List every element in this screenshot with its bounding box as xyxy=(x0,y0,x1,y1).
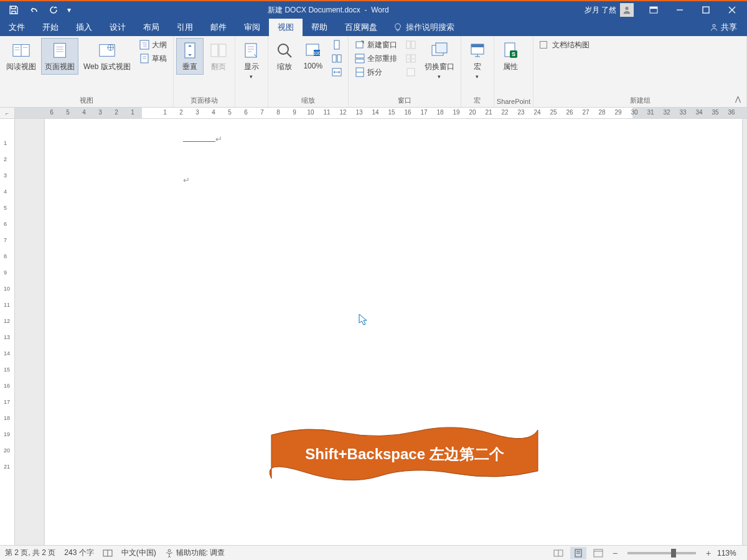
tip-banner: Shift+Backspace 左边第二个 xyxy=(268,424,542,485)
read-mode-view-button[interactable] xyxy=(550,547,566,559)
page-width-icon xyxy=(332,67,342,77)
minimize-button[interactable] xyxy=(667,1,692,19)
ruler-corner: ⌐ xyxy=(0,108,15,118)
multi-page-button[interactable] xyxy=(328,52,345,65)
account-button[interactable]: 岁月 了然 xyxy=(578,3,640,17)
zoom-thumb[interactable] xyxy=(671,549,676,558)
outline-button[interactable]: 大纲 xyxy=(136,38,171,52)
svg-text:S: S xyxy=(512,51,515,57)
document-area[interactable]: ↵ ↵ Shift+Backspace 左边第二个 xyxy=(15,119,747,545)
web-layout-view-button[interactable] xyxy=(590,547,606,559)
properties-button[interactable]: S 属性 xyxy=(497,38,524,75)
share-icon xyxy=(710,23,718,32)
switch-windows-button[interactable]: 切换窗口▾ xyxy=(421,38,458,82)
ribbon: 阅读视图 页面视图 Web 版式视图 大纲 草稿 视图 垂直 xyxy=(0,36,747,108)
horizontal-ruler[interactable]: ⌐ 654321 1234567891011121314151617181920… xyxy=(0,108,747,119)
arrange-all-button[interactable]: 全部重排 xyxy=(351,52,401,65)
macros-group-label: 宏 xyxy=(464,95,491,107)
tab-layout[interactable]: 布局 xyxy=(134,19,168,36)
banner-text: Shift+Backspace 左边第二个 xyxy=(305,446,504,462)
svg-rect-11 xyxy=(54,44,66,58)
svg-rect-43 xyxy=(406,41,410,49)
read-mode-icon xyxy=(11,40,31,60)
tab-view[interactable]: 视图 xyxy=(269,19,303,36)
print-layout-view-button[interactable] xyxy=(570,547,586,559)
ribbon-display-button[interactable] xyxy=(641,1,666,19)
web-layout-icon xyxy=(97,40,117,60)
zoom-group-label: 缩放 xyxy=(271,95,345,107)
print-layout-button[interactable]: 页面视图 xyxy=(41,38,78,75)
checkbox-icon[interactable] xyxy=(540,41,547,49)
tab-references[interactable]: 引用 xyxy=(168,19,202,36)
page[interactable]: ↵ ↵ Shift+Backspace 左边第二个 xyxy=(45,119,742,545)
svg-rect-37 xyxy=(356,42,363,48)
svg-rect-33 xyxy=(334,40,339,49)
redo-button[interactable] xyxy=(45,2,62,17)
new-window-icon xyxy=(355,40,365,50)
zoom-out-button[interactable]: − xyxy=(610,548,620,558)
page-status[interactable]: 第 2 页, 共 2 页 xyxy=(5,548,55,558)
vertical-button[interactable]: 垂直 xyxy=(176,38,204,75)
views-group-label: 视图 xyxy=(2,95,171,107)
reset-window-button xyxy=(402,65,420,79)
zoom-in-button[interactable]: + xyxy=(703,548,713,558)
undo-button[interactable] xyxy=(25,2,42,17)
svg-rect-25 xyxy=(211,44,218,57)
spellcheck-button[interactable] xyxy=(103,549,113,558)
web-layout-button[interactable]: Web 版式视图 xyxy=(80,38,134,75)
svg-point-5 xyxy=(713,24,715,27)
zoom-icon xyxy=(275,40,294,60)
tab-mailings[interactable]: 邮件 xyxy=(202,19,235,36)
outline-icon xyxy=(139,40,149,50)
svg-point-38 xyxy=(362,41,364,42)
svg-line-29 xyxy=(287,53,291,57)
split-button[interactable]: 拆分 xyxy=(351,65,401,79)
new-window-button[interactable]: 新建窗口 xyxy=(351,38,401,52)
view-side-button xyxy=(402,38,420,52)
side-to-side-button[interactable]: 翻页 xyxy=(205,38,232,75)
tell-me-search[interactable]: 操作说明搜索 xyxy=(386,22,462,33)
svg-rect-34 xyxy=(332,55,336,62)
vertical-ruler[interactable]: 123456789101112131415161718192021 xyxy=(0,119,15,545)
svg-rect-40 xyxy=(355,59,364,63)
document-map-button[interactable]: 文档结构图 xyxy=(536,38,593,52)
tab-file[interactable]: 文件 xyxy=(0,19,34,36)
maximize-button[interactable] xyxy=(693,1,718,19)
svg-text:100: 100 xyxy=(313,51,321,55)
collapse-ribbon-button[interactable]: ⋀ xyxy=(732,93,743,105)
svg-rect-49 xyxy=(436,43,447,53)
qat-customize-button[interactable]: ▾ xyxy=(65,2,73,17)
zoom-100-button[interactable]: 100 100% xyxy=(299,38,327,73)
draft-button[interactable]: 草稿 xyxy=(136,52,171,65)
multi-page-icon xyxy=(332,54,342,63)
tab-help[interactable]: 帮助 xyxy=(303,19,336,36)
svg-rect-47 xyxy=(407,68,415,76)
newgroup-label: 新建组 xyxy=(536,95,744,107)
svg-point-57 xyxy=(168,549,171,552)
tab-design[interactable]: 设计 xyxy=(101,19,134,36)
book-icon xyxy=(103,549,113,558)
tab-review[interactable]: 审阅 xyxy=(235,19,269,36)
draft-icon xyxy=(139,54,149,63)
svg-rect-26 xyxy=(219,44,226,57)
tab-home[interactable]: 开始 xyxy=(34,19,67,36)
zoom-slider[interactable] xyxy=(627,552,696,554)
svg-point-28 xyxy=(278,44,288,54)
svg-rect-63 xyxy=(594,549,603,557)
share-button[interactable]: 共享 xyxy=(700,22,747,33)
close-button[interactable] xyxy=(720,1,745,19)
word-count[interactable]: 243 个字 xyxy=(64,548,93,558)
page-width-button[interactable] xyxy=(328,65,345,79)
tab-insert[interactable]: 插入 xyxy=(67,19,101,36)
arrange-icon xyxy=(355,54,365,63)
show-button[interactable]: 显示▾ xyxy=(238,38,265,82)
save-button[interactable] xyxy=(5,2,22,17)
read-mode-button[interactable]: 阅读视图 xyxy=(2,38,40,75)
macros-button[interactable]: 宏▾ xyxy=(464,38,491,82)
zoom-level[interactable]: 113% xyxy=(717,549,742,558)
accessibility-button[interactable]: 辅助功能: 调查 xyxy=(165,548,225,558)
zoom-button[interactable]: 缩放 xyxy=(271,38,298,75)
tab-baidu[interactable]: 百度网盘 xyxy=(336,19,386,36)
language-button[interactable]: 中文(中国) xyxy=(121,548,156,558)
one-page-button[interactable] xyxy=(328,38,345,52)
